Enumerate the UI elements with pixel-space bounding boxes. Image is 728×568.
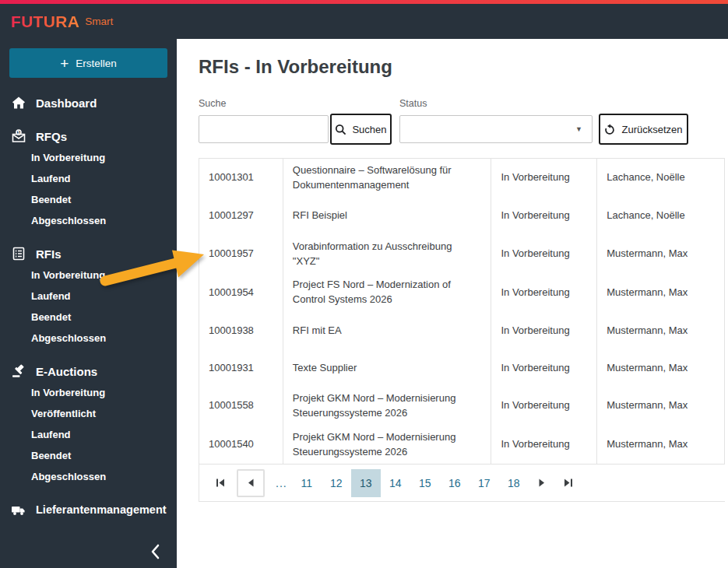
- table-row[interactable]: 10001301 Questionnaire – Softwarelösung …: [199, 159, 725, 198]
- sidebar-item-e-auctions[interactable]: E-Auctions: [0, 360, 177, 382]
- sidebar-subitem-rfqs-beendet[interactable]: Beendet: [0, 189, 177, 210]
- sidebar-subitem-rfqs-in-vorbereitung[interactable]: In Vorbereitung: [0, 147, 177, 168]
- next-page-button[interactable]: [532, 470, 552, 496]
- sidebar-subitem-rfqs-laufend[interactable]: Laufend: [0, 168, 177, 189]
- page-12[interactable]: 12: [322, 469, 351, 497]
- table-row[interactable]: 10001297 RFI Beispiel In Vorbereitung La…: [199, 198, 725, 235]
- chevron-left-icon: [150, 544, 160, 563]
- sidebar-subitem-rfis-beendet[interactable]: Beendet: [0, 307, 177, 328]
- cell-title: Projekt GKM Nord – Modernisierung Steuer…: [283, 426, 492, 465]
- plus-icon: +: [60, 56, 69, 71]
- search-button-label: Suchen: [352, 124, 386, 135]
- search-button[interactable]: Suchen: [330, 114, 392, 145]
- table-row[interactable]: 10001938 RFI mit EA In Vorbereitung Must…: [199, 312, 725, 349]
- status-dropdown[interactable]: ▼: [399, 115, 593, 143]
- pagination: ... 11 12 13 14 15 16 17 18: [199, 464, 725, 502]
- search-icon: [335, 124, 346, 135]
- main-content: RFIs - In Vorbereitung Suche Status Such…: [177, 39, 728, 568]
- page-18[interactable]: 18: [499, 469, 529, 497]
- sidebar-subitem-rfqs-abgeschlossen[interactable]: Abgeschlossen: [0, 210, 177, 231]
- sidebar-item-rfis[interactable]: RFIs: [0, 243, 177, 265]
- page-15[interactable]: 15: [410, 469, 440, 497]
- sidebar-subitem-ea-abgeschlossen[interactable]: Abgeschlossen: [0, 466, 177, 487]
- cell-status: In Vorbereitung: [491, 273, 597, 312]
- first-page-button[interactable]: [210, 470, 230, 496]
- gavel-icon: [11, 364, 26, 379]
- cell-status: In Vorbereitung: [491, 312, 597, 349]
- sidebar-item-rfqs[interactable]: $ RFQs: [0, 125, 177, 147]
- top-accent-bar: [0, 0, 728, 4]
- cell-status: In Vorbereitung: [491, 349, 597, 387]
- search-label: Suche: [199, 98, 399, 109]
- sidebar-item-lieferantenmanagement[interactable]: Lieferantenmanagement: [0, 499, 177, 521]
- truck-icon: [11, 503, 26, 517]
- cell-title: Questionnaire – Softwarelösung für Dokum…: [283, 159, 492, 198]
- page-11[interactable]: 11: [292, 469, 322, 497]
- create-button[interactable]: + Erstellen: [9, 48, 167, 78]
- reset-button-label: Zurücksetzen: [621, 124, 682, 135]
- search-input[interactable]: [199, 115, 329, 143]
- page-16[interactable]: 16: [440, 469, 470, 497]
- sidebar-subitem-ea-veroeffentlicht[interactable]: Veröffentlicht: [0, 403, 177, 424]
- pagination-ellipsis[interactable]: ...: [276, 477, 287, 489]
- reset-button[interactable]: Zurücksetzen: [599, 114, 688, 145]
- cell-id: 10001301: [199, 159, 283, 198]
- cell-status: In Vorbereitung: [491, 426, 597, 465]
- table-row[interactable]: 10001931 Texte Supplier In Vorbereitung …: [199, 349, 725, 387]
- cell-id: 10001954: [199, 273, 283, 312]
- cell-title: RFI Beispiel: [283, 198, 492, 235]
- cell-id: 10001540: [199, 426, 283, 465]
- sidebar-item-dashboard[interactable]: Dashboard: [0, 92, 177, 114]
- sidebar-subitem-ea-in-vorbereitung[interactable]: In Vorbereitung: [0, 382, 177, 403]
- cell-title: Texte Supplier: [283, 349, 492, 387]
- sidebar-item-label: Dashboard: [36, 96, 97, 110]
- page-title: RFIs - In Vorbereitung: [199, 56, 728, 78]
- cell-status: In Vorbereitung: [491, 198, 597, 235]
- cell-owner: Mustermann, Max: [597, 349, 725, 387]
- table-row[interactable]: 10001558 Projekt GKM Nord – Modernisieru…: [199, 387, 725, 426]
- cell-status: In Vorbereitung: [491, 235, 597, 274]
- sidebar-subitem-ea-laufend[interactable]: Laufend: [0, 424, 177, 445]
- previous-page-button[interactable]: [237, 469, 265, 497]
- filter-controls: Suchen ▼ Zurücksetzen: [199, 114, 728, 145]
- create-button-label: Erstellen: [76, 58, 117, 69]
- cell-owner: Lachance, Noëlle: [597, 198, 725, 235]
- rfi-table: 10001301 Questionnaire – Softwarelösung …: [199, 158, 725, 464]
- sidebar-item-label: Lieferantenmanagement: [36, 503, 167, 516]
- last-page-button[interactable]: [558, 470, 579, 496]
- table-row[interactable]: 10001954 Project FS Nord – Modernization…: [199, 273, 725, 312]
- cell-id: 10001931: [199, 349, 283, 387]
- sidebar-subitem-rfis-laufend[interactable]: Laufend: [0, 286, 177, 307]
- filter-labels: Suche Status: [199, 98, 728, 109]
- cell-id: 10001938: [199, 312, 283, 349]
- sidebar-item-label: RFQs: [36, 130, 67, 143]
- home-icon: [11, 96, 26, 110]
- reset-icon: [604, 124, 616, 135]
- page-14[interactable]: 14: [381, 469, 410, 497]
- sidebar-subitem-rfis-abgeschlossen[interactable]: Abgeschlossen: [0, 328, 177, 349]
- rfi-list-icon: [11, 247, 26, 261]
- table-row[interactable]: 10001540 Projekt GKM Nord – Modernisieru…: [199, 426, 725, 465]
- cell-owner: Mustermann, Max: [597, 273, 725, 312]
- brand-suffix: Smart: [85, 16, 113, 27]
- cell-status: In Vorbereitung: [491, 387, 597, 426]
- cell-owner: Mustermann, Max: [597, 426, 725, 465]
- sidebar-subitem-rfis-in-vorbereitung[interactable]: In Vorbereitung: [0, 265, 177, 286]
- cell-id: 10001957: [199, 235, 283, 274]
- cell-title: Project FS Nord – Modernization of Contr…: [283, 273, 492, 312]
- sidebar-collapse-button[interactable]: [146, 543, 164, 563]
- cell-status: In Vorbereitung: [491, 159, 597, 198]
- cell-owner: Mustermann, Max: [597, 387, 725, 426]
- page-17[interactable]: 17: [470, 469, 499, 497]
- status-label: Status: [399, 98, 427, 109]
- cell-owner: Mustermann, Max: [597, 235, 725, 274]
- cell-owner: Mustermann, Max: [597, 312, 725, 349]
- page-13-current[interactable]: 13: [351, 469, 381, 497]
- sidebar-subitem-ea-beendet[interactable]: Beendet: [0, 445, 177, 466]
- cell-owner: Lachance, Noëlle: [597, 159, 725, 198]
- table-row[interactable]: 10001957 Vorabinformation zu Ausschreibu…: [199, 235, 725, 274]
- cell-title: RFI mit EA: [283, 312, 492, 349]
- cell-id: 10001297: [199, 198, 283, 235]
- chevron-down-icon: ▼: [575, 125, 582, 133]
- sidebar-item-label: RFIs: [36, 247, 62, 261]
